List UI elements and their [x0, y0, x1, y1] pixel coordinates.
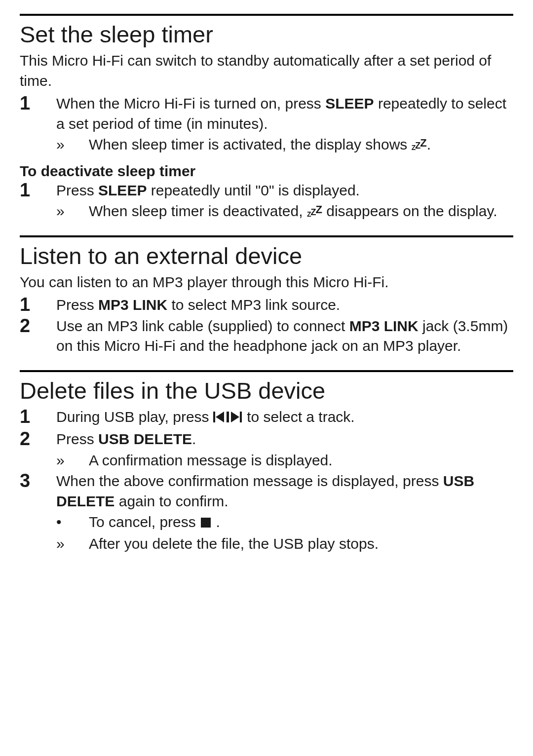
sub-item: »When sleep timer is activated, the disp…	[56, 135, 513, 155]
step-item: 1Press MP3 LINK to select MP3 link sourc…	[20, 295, 513, 315]
text: After you delete the file, the USB play …	[89, 535, 379, 552]
steps-list: 1When the Micro Hi-Fi is turned on, pres…	[20, 94, 513, 155]
section-usb: Delete files in the USB device1During US…	[20, 370, 513, 554]
step-item: 2Use an MP3 link cable (supplied) to con…	[20, 316, 513, 356]
bullet-mark: »	[56, 201, 81, 222]
sub-item: »When sleep timer is deactivated, ZZZ di…	[56, 201, 513, 222]
text: .	[427, 136, 431, 152]
svg-marker-1	[216, 412, 224, 422]
section-title: Listen to an external device	[20, 242, 513, 269]
step-item: 1When the Micro Hi-Fi is turned on, pres…	[20, 94, 513, 155]
manual-page: Set the sleep timerThis Micro Hi-Fi can …	[0, 0, 533, 587]
text: repeatedly until "0" is displayed.	[147, 182, 360, 198]
bullet-mark: »	[56, 135, 81, 155]
step-item: 1During USB play, press to select a trac…	[20, 407, 513, 429]
text: When the above confirmation message is d…	[56, 473, 443, 489]
steps-list: 1Press MP3 LINK to select MP3 link sourc…	[20, 295, 513, 356]
text: Press	[56, 431, 98, 447]
text: again to confirm.	[114, 493, 228, 509]
svg-rect-2	[227, 412, 229, 422]
steps-list: 1Press SLEEP repeatedly until "0" is dis…	[20, 181, 513, 222]
svg-rect-5	[201, 518, 211, 528]
step-item: 2Press USB DELETE.»A confirmation messag…	[20, 429, 513, 470]
step-item: 3When the above confirmation message is …	[20, 471, 513, 554]
sub-text: To cancel, press .	[89, 514, 220, 530]
text: When sleep timer is activated, the displ…	[89, 136, 412, 152]
key-label: MP3 LINK	[98, 297, 167, 313]
step-text: When the above confirmation message is d…	[56, 473, 474, 509]
text: disappears on the display.	[322, 203, 497, 219]
sub-item: »After you delete the file, the USB play…	[56, 534, 513, 554]
svg-rect-4	[240, 412, 242, 422]
step-text: During USB play, press to select a track…	[56, 409, 355, 425]
text: .	[212, 514, 220, 530]
bullet-mark: »	[56, 534, 81, 554]
text: .	[192, 431, 196, 447]
text: to select a track.	[243, 409, 355, 425]
bullet-mark: •	[56, 512, 81, 532]
section-title: Set the sleep timer	[20, 21, 513, 48]
section-sleep: Set the sleep timerThis Micro Hi-Fi can …	[20, 14, 513, 222]
svg-rect-0	[213, 412, 215, 422]
step-item: 1Press SLEEP repeatedly until "0" is dis…	[20, 181, 513, 222]
step-text: When the Micro Hi-Fi is turned on, press…	[56, 95, 506, 132]
key-label: MP3 LINK	[349, 318, 419, 334]
sub-text: When sleep timer is deactivated, ZZZ dis…	[89, 203, 497, 219]
bullet-mark: »	[56, 451, 81, 471]
step-text: Press USB DELETE.	[56, 431, 196, 447]
stop-icon	[200, 514, 212, 534]
section-intro: You can listen to an MP3 player through …	[20, 272, 513, 293]
sub-list: »A confirmation message is displayed.	[56, 451, 513, 471]
svg-marker-3	[231, 412, 239, 422]
sub-list: »When sleep timer is deactivated, ZZZ di…	[56, 201, 513, 222]
sub-text: After you delete the file, the USB play …	[89, 535, 379, 552]
sub-item: •To cancel, press .	[56, 512, 513, 534]
text: During USB play, press	[56, 409, 213, 425]
prev-next-track-icon	[213, 409, 243, 429]
section-title: Delete files in the USB device	[20, 377, 513, 404]
step-number: 1	[20, 178, 49, 203]
step-number: 2	[20, 313, 49, 339]
text: A confirmation message is displayed.	[89, 452, 333, 468]
sub-heading: To deactivate sleep timer	[20, 163, 513, 180]
sub-text: A confirmation message is displayed.	[89, 452, 333, 468]
step-text: Use an MP3 link cable (supplied) to conn…	[56, 318, 508, 354]
key-label: SLEEP	[98, 182, 147, 198]
text: When sleep timer is deactivated,	[89, 203, 307, 219]
step-number: 1	[20, 91, 49, 116]
text: To cancel, press	[89, 514, 200, 530]
text: Press	[56, 297, 98, 313]
sub-list: •To cancel, press .»After you delete the…	[56, 512, 513, 554]
step-number: 1	[20, 404, 49, 429]
text: to select MP3 link source.	[167, 297, 340, 313]
text: Press	[56, 182, 98, 198]
text: Use an MP3 link cable (supplied) to conn…	[56, 318, 349, 334]
section-external: Listen to an external deviceYou can list…	[20, 235, 513, 356]
step-number: 3	[20, 468, 49, 493]
steps-list: 1During USB play, press to select a trac…	[20, 407, 513, 554]
text: When the Micro Hi-Fi is turned on, press	[56, 95, 325, 112]
step-text: Press SLEEP repeatedly until "0" is disp…	[56, 182, 360, 198]
sub-item: »A confirmation message is displayed.	[56, 451, 513, 471]
step-text: Press MP3 LINK to select MP3 link source…	[56, 297, 340, 313]
section-intro: This Micro Hi-Fi can switch to standby a…	[20, 51, 513, 91]
key-label: USB DELETE	[98, 431, 192, 447]
sub-text: When sleep timer is activated, the displ…	[89, 136, 431, 152]
step-number: 2	[20, 426, 49, 452]
sub-list: »When sleep timer is activated, the disp…	[56, 135, 513, 155]
key-label: SLEEP	[325, 95, 374, 112]
